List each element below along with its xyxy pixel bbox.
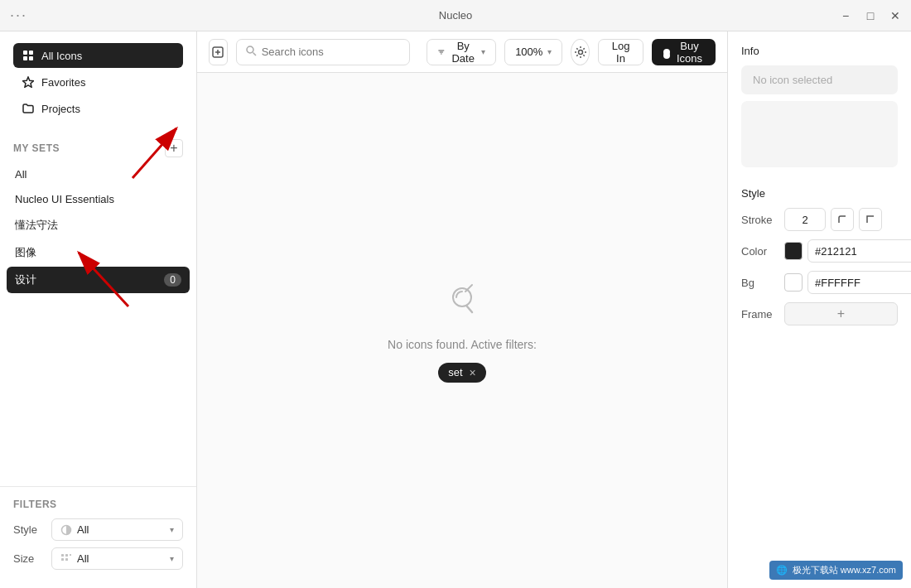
sort-chevron-icon: ▾ <box>481 47 485 56</box>
settings-button[interactable] <box>571 39 590 65</box>
style-chevron-icon: ▾ <box>170 525 174 534</box>
all-icons-label: All Icons <box>41 50 82 62</box>
sidebar-item-projects[interactable]: Projects <box>13 96 183 121</box>
color-controls: + <box>784 239 911 263</box>
minimize-button[interactable]: − <box>840 10 851 22</box>
sort-label: By Date <box>450 40 476 65</box>
close-button[interactable]: ✕ <box>889 10 901 22</box>
search-icon <box>245 45 257 59</box>
color-value-input[interactable] <box>807 239 911 263</box>
set-item-5[interactable]: 设计 0 <box>7 267 190 293</box>
style-section: Style Stroke <box>741 187 898 334</box>
buy-dot-icon <box>663 49 670 55</box>
svg-point-12 <box>247 46 253 53</box>
icon-preview <box>741 101 898 167</box>
set-item-all[interactable]: All <box>7 162 190 186</box>
login-button[interactable]: Log In <box>598 39 643 65</box>
filter-tag-close[interactable]: × <box>470 366 476 379</box>
bg-row: Bg <box>741 271 898 294</box>
svg-rect-7 <box>65 554 68 557</box>
set-item-4[interactable]: 图像 <box>7 239 190 266</box>
buy-button[interactable]: Buy Icons <box>652 39 716 65</box>
active-filter-tag: set × <box>438 363 486 383</box>
zoom-chevron-icon: ▾ <box>547 47 552 56</box>
frame-row: Frame + <box>741 302 898 325</box>
search-input[interactable] <box>262 46 401 58</box>
svg-rect-3 <box>29 56 33 60</box>
size-filter-icon <box>60 553 72 565</box>
projects-label: Projects <box>41 103 80 115</box>
set-item-3[interactable]: 懂法守法 <box>7 212 190 239</box>
bg-controls <box>784 271 911 294</box>
svg-point-13 <box>578 50 582 54</box>
svg-rect-2 <box>23 56 27 60</box>
stroke-corner-sharp-button[interactable] <box>859 208 882 231</box>
titlebar-menu: ··· <box>10 7 27 24</box>
svg-rect-0 <box>23 51 27 55</box>
maximize-button[interactable]: □ <box>865 10 876 22</box>
set-item-nucleo-ui[interactable]: Nucleo UI Essentials <box>7 187 190 211</box>
style-filter-value: All <box>77 523 170 536</box>
sidebar-item-favorites[interactable]: Favorites <box>13 70 183 94</box>
import-button[interactable] <box>209 39 228 65</box>
stroke-label: Stroke <box>741 214 778 226</box>
svg-rect-6 <box>61 554 64 557</box>
my-sets-label: My Sets <box>13 142 60 154</box>
sets-list: All Nucleo UI Essentials 懂法守法 图像 设计 0 <box>0 162 196 486</box>
sidebar-item-all-icons[interactable]: All Icons <box>13 43 183 68</box>
sort-button[interactable]: By Date ▾ <box>427 39 496 65</box>
svg-marker-4 <box>23 77 34 87</box>
size-filter-row: Size All ▾ <box>13 547 183 570</box>
set-nucleo-label: Nucleo UI Essentials <box>15 193 114 205</box>
set5-label: 设计 <box>15 272 36 287</box>
zoom-button[interactable]: 100% ▾ <box>504 39 562 65</box>
size-filter-select[interactable]: All ▾ <box>51 547 183 570</box>
set3-label: 懂法守法 <box>15 218 58 233</box>
style-filter-label: Style <box>13 523 43 536</box>
set4-label: 图像 <box>15 245 36 260</box>
color-swatch[interactable] <box>784 242 803 260</box>
watermark: 🌐 极光下载站 www.xz7.com <box>769 561 903 580</box>
style-filter-select[interactable]: All ▾ <box>51 518 183 541</box>
favorites-label: Favorites <box>41 76 85 89</box>
add-set-button[interactable]: + <box>165 139 183 157</box>
filter-tag-text: set <box>448 366 462 378</box>
bg-swatch[interactable] <box>784 273 803 292</box>
color-label: Color <box>741 245 778 258</box>
app-body: All Icons Favorites Projects <box>0 31 911 588</box>
color-row: Color + <box>741 239 898 263</box>
folder-icon <box>22 102 35 115</box>
frame-add-button[interactable]: + <box>784 302 898 325</box>
size-filter-value: All <box>77 552 170 565</box>
info-section: Info No icon selected <box>741 45 898 174</box>
set-all-label: All <box>15 168 27 181</box>
svg-rect-9 <box>65 558 68 561</box>
content-area: No icons found. Active filters: set × <box>197 73 727 588</box>
stroke-input[interactable] <box>784 208 826 231</box>
stroke-controls <box>784 208 898 231</box>
style-filter-icon <box>60 524 72 536</box>
svg-rect-10 <box>70 554 71 556</box>
bg-label: Bg <box>741 277 778 289</box>
svg-point-14 <box>663 52 670 59</box>
stroke-corner-round-button[interactable] <box>831 208 854 231</box>
window-controls: − □ ✕ <box>840 10 901 22</box>
my-sets-header: My Sets + <box>0 129 196 162</box>
svg-rect-8 <box>61 558 64 561</box>
style-label: Style <box>741 187 898 200</box>
svg-rect-1 <box>29 51 33 55</box>
bg-value-input[interactable] <box>807 271 911 294</box>
filters-label: Filters <box>13 499 183 510</box>
titlebar: ··· Nucleo − □ ✕ <box>0 0 911 31</box>
buy-label: Buy Icons <box>675 40 704 65</box>
sidebar-top: All Icons Favorites Projects <box>0 31 196 129</box>
search-bar[interactable] <box>236 39 410 65</box>
size-filter-label: Size <box>13 552 43 565</box>
main-content: By Date ▾ 100% ▾ Log In Buy Icons <box>197 31 727 588</box>
zoom-label: 100% <box>515 46 542 58</box>
size-chevron-icon: ▾ <box>170 554 174 563</box>
empty-state-icon <box>442 279 482 326</box>
no-icon-selected: No icon selected <box>741 65 898 94</box>
app-title: Nucleo <box>439 9 472 22</box>
sidebar: All Icons Favorites Projects <box>0 31 197 588</box>
